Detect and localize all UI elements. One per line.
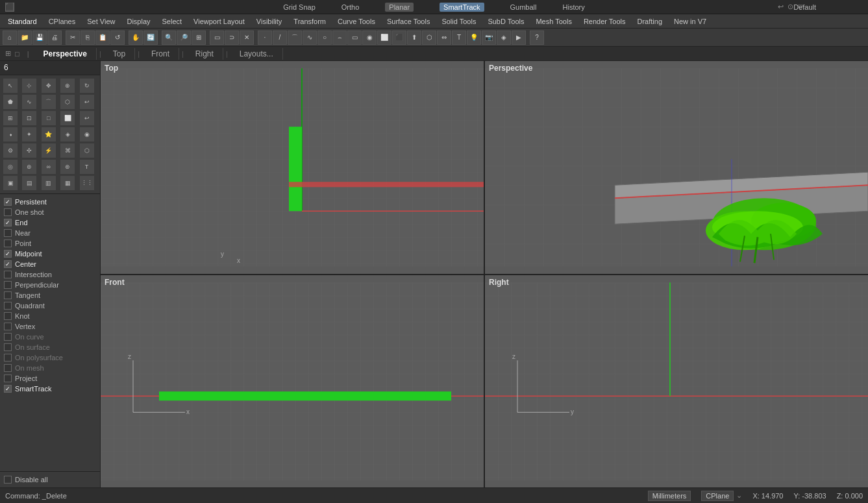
tab-render-tools[interactable]: Render Tools [578,16,631,27]
tab-visibility[interactable]: Visibility [251,16,288,27]
snap-project[interactable]: Project [4,373,96,384]
snap-onpolysurface[interactable]: On polysurface [4,352,96,363]
zoom-out-btn[interactable]: 🔎 [177,31,191,45]
snap-smarttrack[interactable]: ✓ SmartTrack [4,384,96,394]
tool-6e[interactable]: T [79,159,95,175]
vp-tab-front[interactable]: Front [142,48,179,60]
material-btn[interactable]: ◈ [497,31,511,45]
tool-6a[interactable]: ◎ [3,159,18,175]
snap-oncurve[interactable]: On curve [4,332,96,342]
render-btn[interactable]: ▶ [512,31,526,45]
tab-curve-tools[interactable]: Curve Tools [332,16,380,27]
tool-4c[interactable]: ⭐ [41,127,56,142]
history-toggle[interactable]: History [563,3,585,11]
curve-btn[interactable]: ∿ [303,31,317,45]
snap-tangent[interactable]: Tangent [4,290,96,301]
command-line[interactable]: Command: _Delete [5,492,638,500]
dim-btn[interactable]: ⇔ [437,31,451,45]
vp-tab-perspective[interactable]: Perspective [34,48,97,60]
layer-number[interactable]: 6 [0,61,100,75]
tool-4e[interactable]: ◉ [79,127,95,142]
redo-icon[interactable]: ⊙ [787,3,793,11]
viewport-front[interactable]: z x Front [101,275,484,488]
tool-6d[interactable]: ⊛ [60,159,75,175]
tool-7c[interactable]: ▥ [41,175,56,191]
tab-new-v7[interactable]: New in V7 [669,16,712,27]
tool-2c[interactable]: ⌒ [41,94,56,110]
new-btn[interactable]: ⌂ [3,31,17,45]
light-btn[interactable]: 💡 [467,31,481,45]
tool-1c[interactable]: ✥ [41,78,56,93]
snap-onsurface[interactable]: On surface [4,342,96,352]
cam-btn[interactable]: 📷 [482,31,496,45]
cplane-display[interactable]: CPlane [701,491,734,501]
select-tool[interactable]: ↖ [3,78,18,93]
snap-persistent[interactable]: ✓ Persistent [4,197,96,207]
copy-btn[interactable]: ⎘ [81,31,95,45]
box-btn[interactable]: ⬜ [377,31,391,45]
tab-select[interactable]: Select [157,16,188,27]
vp-tab-top[interactable]: Top [104,48,135,60]
text-btn[interactable]: T [452,31,466,45]
gumball-toggle[interactable]: Gumball [510,3,537,11]
snap-center[interactable]: ✓ Center [4,259,96,269]
extrude-btn[interactable]: ⬆ [407,31,421,45]
tab-transform[interactable]: Transform [288,16,331,27]
tab-setview[interactable]: Set View [82,16,120,27]
deselect-btn[interactable]: ✕ [240,31,254,45]
undo-icon[interactable]: ↩ [778,3,784,11]
vp-tab-layouts[interactable]: Layouts... [230,48,283,60]
zoom-in-btn[interactable]: 🔍 [162,31,176,45]
tool-7a[interactable]: ▣ [3,175,18,191]
rotate-btn[interactable]: 🔄 [143,31,158,45]
undo-btn[interactable]: ↺ [110,31,125,45]
snap-oneshot[interactable]: One shot [4,207,96,217]
help-btn[interactable]: ? [530,31,544,45]
units-display[interactable]: Millimeters [648,491,691,501]
tool-3d[interactable]: ⬜ [60,110,75,126]
ortho-toggle[interactable]: Ortho [341,3,360,11]
vp-layout-icon[interactable]: ⊞ [5,49,11,58]
tool-2b[interactable]: ∿ [21,94,37,110]
snap-knot[interactable]: Knot [4,311,96,321]
sphere-btn[interactable]: ◉ [362,31,377,45]
snap-perpendicular[interactable]: Perpendicular [4,280,96,290]
tab-standard[interactable]: Standard [3,16,42,27]
grid-snap-toggle[interactable]: Grid Snap [283,3,316,11]
tab-drafting[interactable]: Drafting [632,16,668,27]
snap-intersection[interactable]: Intersection [4,269,96,280]
tool-1d[interactable]: ⊕ [60,78,75,93]
snap-quadrant[interactable]: Quadrant [4,301,96,311]
rect-btn[interactable]: ▭ [347,31,362,45]
tool-2d[interactable]: ⬡ [60,94,75,110]
tab-mesh-tools[interactable]: Mesh Tools [530,16,577,27]
pan-btn[interactable]: ✋ [129,31,143,45]
lasso-btn[interactable]: ⊃ [225,31,239,45]
polyline-btn[interactable]: ⌒ [288,31,302,45]
tool-7b[interactable]: ▤ [21,175,37,191]
print-btn[interactable]: 🖨 [47,31,62,45]
filter-label[interactable]: Default [793,3,816,11]
tool-4b[interactable]: ✦ [21,127,37,142]
tool-6b[interactable]: ⊚ [21,159,37,175]
tab-solid-tools[interactable]: Solid Tools [436,16,481,27]
tool-7e[interactable]: ⋮⋮ [79,175,95,191]
tool-7d[interactable]: ▦ [60,175,75,191]
tool-2e[interactable]: ↩ [79,94,95,110]
disable-all-button[interactable]: Disable all [4,474,96,485]
mesh-btn[interactable]: ⬡ [422,31,436,45]
tool-5b[interactable]: ✣ [21,143,37,158]
tool-3b[interactable]: ⊡ [21,110,37,126]
snap-midpoint[interactable]: ✓ Midpoint [4,249,96,259]
circle-btn[interactable]: ○ [317,31,332,45]
vp-single-icon[interactable]: □ [15,50,19,58]
vp-tab-right[interactable]: Right [186,48,223,60]
window-icon-right[interactable]: ⬛ [5,3,14,12]
snap-onmesh[interactable]: On mesh [4,363,96,373]
open-btn[interactable]: 📁 [18,31,32,45]
paste-btn[interactable]: 📋 [95,31,110,45]
tool-5e[interactable]: ⬡ [79,143,95,158]
tab-cplanes[interactable]: CPlanes [43,16,81,27]
cut-btn[interactable]: ✂ [66,31,80,45]
planar-toggle[interactable]: Planar [385,3,414,12]
